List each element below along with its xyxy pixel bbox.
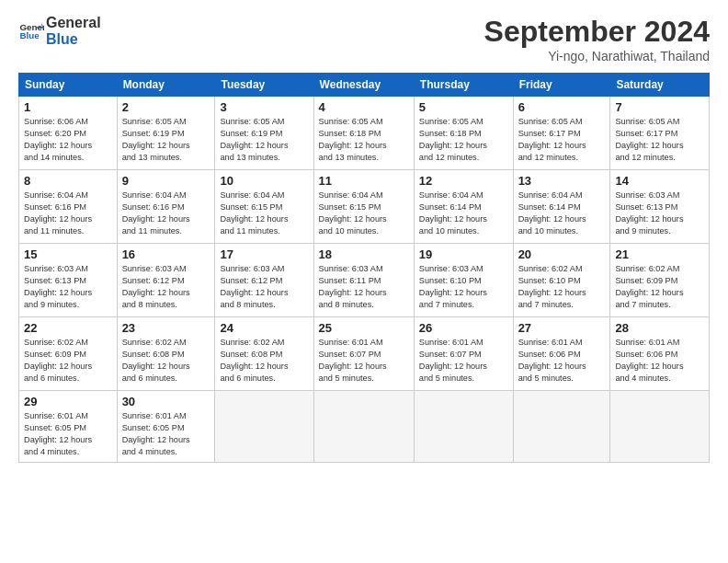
day-info: Sunrise: 6:01 AM Sunset: 6:05 PM Dayligh… xyxy=(24,410,112,458)
day-number: 21 xyxy=(615,247,704,261)
table-row: 24Sunrise: 6:02 AM Sunset: 6:08 PM Dayli… xyxy=(215,317,313,391)
table-row: 11Sunrise: 6:04 AM Sunset: 6:15 PM Dayli… xyxy=(313,170,414,244)
day-number: 19 xyxy=(419,247,508,261)
day-number: 10 xyxy=(220,174,308,188)
day-info: Sunrise: 6:04 AM Sunset: 6:15 PM Dayligh… xyxy=(319,190,409,237)
col-friday: Friday xyxy=(513,74,610,97)
table-row: 30Sunrise: 6:01 AM Sunset: 6:05 PM Dayli… xyxy=(117,391,215,463)
day-info: Sunrise: 6:04 AM Sunset: 6:14 PM Dayligh… xyxy=(419,190,508,237)
svg-text:Blue: Blue xyxy=(19,30,40,40)
day-info: Sunrise: 6:04 AM Sunset: 6:14 PM Dayligh… xyxy=(518,190,606,237)
table-row xyxy=(215,391,313,463)
col-thursday: Thursday xyxy=(414,74,513,97)
day-info: Sunrise: 6:04 AM Sunset: 6:16 PM Dayligh… xyxy=(122,190,210,237)
day-info: Sunrise: 6:01 AM Sunset: 6:05 PM Dayligh… xyxy=(122,410,210,458)
table-row: 10Sunrise: 6:04 AM Sunset: 6:15 PM Dayli… xyxy=(215,170,313,244)
day-number: 9 xyxy=(122,174,210,188)
day-number: 22 xyxy=(24,321,112,335)
day-info: Sunrise: 6:01 AM Sunset: 6:07 PM Dayligh… xyxy=(319,337,409,385)
day-number: 20 xyxy=(518,247,606,261)
day-number: 11 xyxy=(319,174,409,188)
table-row: 25Sunrise: 6:01 AM Sunset: 6:07 PM Dayli… xyxy=(313,317,414,391)
table-row: 15Sunrise: 6:03 AM Sunset: 6:13 PM Dayli… xyxy=(19,244,118,317)
day-info: Sunrise: 6:03 AM Sunset: 6:13 PM Dayligh… xyxy=(615,190,704,237)
day-number: 4 xyxy=(319,100,409,114)
col-tuesday: Tuesday xyxy=(215,74,313,97)
day-number: 3 xyxy=(220,100,308,114)
location: Yi-ngo, Narathiwat, Thailand xyxy=(484,49,710,63)
day-number: 15 xyxy=(24,247,112,261)
table-row: 28Sunrise: 6:01 AM Sunset: 6:06 PM Dayli… xyxy=(610,317,710,391)
day-info: Sunrise: 6:05 AM Sunset: 6:17 PM Dayligh… xyxy=(518,116,606,164)
day-info: Sunrise: 6:05 AM Sunset: 6:18 PM Dayligh… xyxy=(319,116,409,164)
table-row: 22Sunrise: 6:02 AM Sunset: 6:09 PM Dayli… xyxy=(19,317,118,391)
day-info: Sunrise: 6:01 AM Sunset: 6:06 PM Dayligh… xyxy=(518,337,606,385)
table-row: 4Sunrise: 6:05 AM Sunset: 6:18 PM Daylig… xyxy=(313,97,414,170)
table-row: 29Sunrise: 6:01 AM Sunset: 6:05 PM Dayli… xyxy=(19,391,118,463)
day-number: 24 xyxy=(220,321,308,335)
day-info: Sunrise: 6:02 AM Sunset: 6:10 PM Dayligh… xyxy=(518,263,606,311)
day-info: Sunrise: 6:02 AM Sunset: 6:09 PM Dayligh… xyxy=(24,337,112,385)
table-row: 17Sunrise: 6:03 AM Sunset: 6:12 PM Dayli… xyxy=(215,244,313,317)
calendar-table: Sunday Monday Tuesday Wednesday Thursday… xyxy=(18,73,710,463)
day-info: Sunrise: 6:03 AM Sunset: 6:12 PM Dayligh… xyxy=(220,263,308,311)
day-info: Sunrise: 6:05 AM Sunset: 6:17 PM Dayligh… xyxy=(615,116,704,164)
day-info: Sunrise: 6:05 AM Sunset: 6:18 PM Dayligh… xyxy=(419,116,508,164)
day-number: 18 xyxy=(319,247,409,261)
table-row: 12Sunrise: 6:04 AM Sunset: 6:14 PM Dayli… xyxy=(414,170,513,244)
table-row: 1Sunrise: 6:06 AM Sunset: 6:20 PM Daylig… xyxy=(19,97,118,170)
day-number: 7 xyxy=(615,100,704,114)
day-number: 2 xyxy=(122,100,210,114)
table-row xyxy=(610,391,710,463)
calendar-header-row: Sunday Monday Tuesday Wednesday Thursday… xyxy=(19,74,710,97)
day-number: 25 xyxy=(319,321,409,335)
table-row: 6Sunrise: 6:05 AM Sunset: 6:17 PM Daylig… xyxy=(513,97,610,170)
day-number: 1 xyxy=(24,100,112,114)
day-number: 17 xyxy=(220,247,308,261)
day-info: Sunrise: 6:05 AM Sunset: 6:19 PM Dayligh… xyxy=(220,116,308,164)
table-row: 16Sunrise: 6:03 AM Sunset: 6:12 PM Dayli… xyxy=(117,244,215,317)
page-header: General Blue General Blue September 2024… xyxy=(18,15,710,63)
day-info: Sunrise: 6:01 AM Sunset: 6:06 PM Dayligh… xyxy=(615,337,704,385)
day-number: 12 xyxy=(419,174,508,188)
day-number: 26 xyxy=(419,321,508,335)
day-info: Sunrise: 6:02 AM Sunset: 6:09 PM Dayligh… xyxy=(615,263,704,311)
day-info: Sunrise: 6:02 AM Sunset: 6:08 PM Dayligh… xyxy=(122,337,210,385)
day-number: 29 xyxy=(24,395,112,408)
col-sunday: Sunday xyxy=(19,74,118,97)
table-row: 23Sunrise: 6:02 AM Sunset: 6:08 PM Dayli… xyxy=(117,317,215,391)
day-number: 5 xyxy=(419,100,508,114)
col-monday: Monday xyxy=(117,74,215,97)
table-row: 13Sunrise: 6:04 AM Sunset: 6:14 PM Dayli… xyxy=(513,170,610,244)
day-info: Sunrise: 6:04 AM Sunset: 6:15 PM Dayligh… xyxy=(220,190,308,237)
day-info: Sunrise: 6:03 AM Sunset: 6:11 PM Dayligh… xyxy=(319,263,409,311)
day-number: 27 xyxy=(518,321,606,335)
day-info: Sunrise: 6:05 AM Sunset: 6:19 PM Dayligh… xyxy=(122,116,210,164)
table-row: 8Sunrise: 6:04 AM Sunset: 6:16 PM Daylig… xyxy=(19,170,118,244)
col-saturday: Saturday xyxy=(610,74,710,97)
table-row: 21Sunrise: 6:02 AM Sunset: 6:09 PM Dayli… xyxy=(610,244,710,317)
table-row: 5Sunrise: 6:05 AM Sunset: 6:18 PM Daylig… xyxy=(414,97,513,170)
table-row: 14Sunrise: 6:03 AM Sunset: 6:13 PM Dayli… xyxy=(610,170,710,244)
day-number: 14 xyxy=(615,174,704,188)
day-info: Sunrise: 6:03 AM Sunset: 6:12 PM Dayligh… xyxy=(122,263,210,311)
day-number: 28 xyxy=(615,321,704,335)
day-number: 13 xyxy=(518,174,606,188)
table-row xyxy=(313,391,414,463)
col-wednesday: Wednesday xyxy=(313,74,414,97)
table-row xyxy=(414,391,513,463)
day-info: Sunrise: 6:01 AM Sunset: 6:07 PM Dayligh… xyxy=(419,337,508,385)
day-number: 8 xyxy=(24,174,112,188)
logo-text: General xyxy=(46,15,101,31)
logo-icon: General Blue xyxy=(18,18,44,44)
day-number: 16 xyxy=(122,247,210,261)
day-info: Sunrise: 6:03 AM Sunset: 6:10 PM Dayligh… xyxy=(419,263,508,311)
day-info: Sunrise: 6:04 AM Sunset: 6:16 PM Dayligh… xyxy=(24,190,112,237)
day-info: Sunrise: 6:02 AM Sunset: 6:08 PM Dayligh… xyxy=(220,337,308,385)
month-title: September 2024 xyxy=(484,15,710,49)
day-number: 23 xyxy=(122,321,210,335)
table-row: 3Sunrise: 6:05 AM Sunset: 6:19 PM Daylig… xyxy=(215,97,313,170)
table-row: 27Sunrise: 6:01 AM Sunset: 6:06 PM Dayli… xyxy=(513,317,610,391)
logo-blue: Blue xyxy=(46,31,101,48)
day-info: Sunrise: 6:03 AM Sunset: 6:13 PM Dayligh… xyxy=(24,263,112,311)
